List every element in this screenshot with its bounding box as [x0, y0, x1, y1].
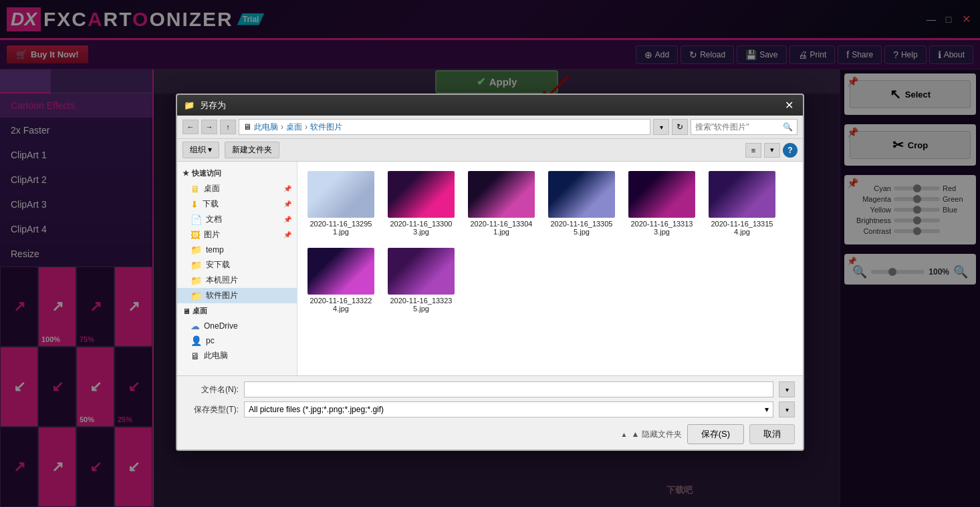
downloads-icon: ⬇: [191, 199, 199, 210]
hide-folders-toggle[interactable]: ▲ ▲ 隐藏文件夹: [621, 429, 682, 440]
filetype-dropdown-icon: ▾: [765, 405, 769, 414]
file-thumb-0: [308, 171, 374, 218]
sidebar-downloads[interactable]: ⬇ 下载 📌: [177, 196, 297, 212]
file-thumb-1: [388, 171, 455, 218]
desktop-icon: 🖥: [191, 184, 200, 194]
organize-button[interactable]: 组织 ▾: [182, 142, 219, 158]
file-item-4[interactable]: 2020-11-16_133133.jpg: [625, 168, 699, 238]
refresh-button[interactable]: ↻: [672, 119, 688, 135]
dialog-folder-icon: 📁: [184, 100, 195, 110]
chevron-up-icon: ▲: [621, 431, 628, 438]
filename-row: 文件名(N): ▾: [185, 381, 795, 397]
local-photos-icon: 📁: [191, 275, 202, 286]
file-label-2: 2020-11-16_133041.jpg: [467, 220, 535, 236]
file-thumb-6: [308, 248, 374, 295]
sidebar-pc[interactable]: 👤 pc: [177, 333, 297, 348]
file-item-2[interactable]: 2020-11-16_133041.jpg: [465, 168, 538, 238]
pin-small-icon-2: 📌: [283, 200, 291, 208]
file-item-1[interactable]: 2020-11-16_133003.jpg: [384, 168, 458, 238]
dialog-body: ★ 快速访问 🖥 桌面 📌 ⬇ 下载 📌 📄 文档 📌: [177, 162, 803, 375]
sidebar-temp[interactable]: 📁 temp: [177, 242, 297, 257]
sidebar-software-images[interactable]: 📁 软件图片: [177, 288, 297, 303]
sidebar-desktop[interactable]: 🖥 桌面 📌: [177, 181, 297, 196]
onedrive-icon: ☁: [191, 321, 200, 331]
sidebar-documents[interactable]: 📄 文档 📌: [177, 212, 297, 227]
software-images-icon: 📁: [191, 291, 202, 301]
sidebar-onedrive[interactable]: ☁ OneDrive: [177, 319, 297, 333]
forward-icon: →: [206, 123, 213, 131]
file-thumb-2: [468, 171, 535, 218]
desktop-section-icon: 🖥: [182, 307, 190, 315]
nav-back-button[interactable]: ←: [182, 120, 199, 134]
path-segment-folder[interactable]: 软件图片: [310, 122, 342, 133]
up-icon: ↑: [226, 123, 230, 131]
file-item-6[interactable]: 2020-11-16_133224.jpg: [304, 245, 378, 315]
file-item-5[interactable]: 2020-11-16_133154.jpg: [705, 168, 779, 238]
search-box: 🔍: [691, 119, 798, 135]
filename-input[interactable]: [244, 381, 773, 397]
new-folder-button[interactable]: 新建文件夹: [225, 142, 279, 158]
file-grid: 2020-11-16_132951.jpg 2020-11-16_133003.…: [297, 162, 803, 375]
file-item-7[interactable]: 2020-11-16_133235.jpg: [384, 245, 458, 315]
file-label-5: 2020-11-16_133154.jpg: [708, 220, 776, 236]
file-thumb-5: [709, 171, 775, 218]
file-label-7: 2020-11-16_133235.jpg: [387, 297, 455, 313]
view-controls: ≡ ▾ ?: [745, 143, 798, 158]
dialog-toolbar: 组织 ▾ 新建文件夹 ≡ ▾ ?: [177, 139, 803, 162]
save-dialog: 📁 另存为 ✕ ← → ↑ 🖥 此电脑 › 桌面: [176, 94, 804, 451]
pictures-icon: 🖼: [191, 230, 200, 240]
pc-icon: 👤: [191, 335, 202, 346]
pin-small-icon: 📌: [283, 185, 291, 192]
file-label-3: 2020-11-16_133055.jpg: [547, 220, 616, 236]
dialog-footer: 文件名(N): ▾ 保存类型(T): All picture files (*.…: [177, 375, 803, 450]
back-icon: ←: [187, 123, 195, 131]
filetype-row: 保存类型(T): All picture files (*.jpg;*.png;…: [185, 401, 795, 417]
nav-forward-button[interactable]: →: [201, 120, 217, 134]
path-segment-computer[interactable]: 此电脑: [254, 122, 278, 133]
view-dropdown-button[interactable]: ▾: [764, 143, 780, 158]
search-icon: 🔍: [783, 122, 793, 132]
filename-dropdown[interactable]: ▾: [779, 381, 795, 397]
dialog-nav: ← → ↑ 🖥 此电脑 › 桌面 › 软件图片: [177, 116, 803, 139]
filetype-label: 保存类型(T):: [185, 404, 239, 415]
documents-icon: 📄: [191, 214, 202, 225]
path-segment-desktop[interactable]: 桌面: [286, 122, 302, 133]
dialog-cancel-button[interactable]: 取消: [749, 424, 795, 444]
file-label-0: 2020-11-16_132951.jpg: [307, 220, 375, 236]
pin-small-icon-3: 📌: [283, 216, 291, 223]
dialog-action-buttons: ▲ ▲ 隐藏文件夹 保存(S) 取消: [185, 421, 795, 444]
this-computer-icon: 🖥: [191, 351, 200, 361]
dialog-close-button[interactable]: ✕: [782, 99, 796, 112]
file-label-1: 2020-11-16_133003.jpg: [387, 220, 455, 236]
path-computer-icon: 🖥: [243, 122, 251, 132]
dialog-overlay: 📁 另存为 ✕ ← → ↑ 🖥 此电脑 › 桌面: [0, 0, 980, 507]
temp-icon: 📁: [191, 244, 202, 255]
quick-access-header[interactable]: ★ 快速访问: [177, 166, 297, 181]
andownload-icon: 📁: [191, 260, 202, 271]
filetype-select[interactable]: All picture files (*.jpg;*.png;*.jpeg;*.…: [244, 401, 773, 417]
sidebar-this-computer[interactable]: 🖥 此电脑: [177, 348, 297, 363]
filename-label: 文件名(N):: [185, 384, 239, 395]
filetype-dropdown[interactable]: ▾: [779, 401, 795, 417]
file-label-6: 2020-11-16_133224.jpg: [307, 297, 375, 313]
file-thumb-4: [628, 171, 695, 218]
dialog-title: 另存为: [200, 100, 226, 112]
file-label-4: 2020-11-16_133133.jpg: [628, 220, 696, 236]
dialog-sidebar: ★ 快速访问 🖥 桌面 📌 ⬇ 下载 📌 📄 文档 📌: [177, 162, 297, 375]
view-mode-button[interactable]: ≡: [745, 143, 761, 158]
path-bar: 🖥 此电脑 › 桌面 › 软件图片: [239, 119, 650, 135]
file-item-0[interactable]: 2020-11-16_132951.jpg: [304, 168, 378, 238]
pin-small-icon-4: 📌: [283, 231, 291, 238]
file-item-3[interactable]: 2020-11-16_133055.jpg: [545, 168, 618, 238]
path-dropdown-button[interactable]: ▾: [653, 119, 669, 135]
file-thumb-3: [548, 171, 615, 218]
desktop-section-header[interactable]: 🖥 桌面: [177, 303, 297, 319]
sidebar-local-photos[interactable]: 📁 本机照片: [177, 273, 297, 288]
search-input[interactable]: [695, 122, 783, 132]
dialog-save-button[interactable]: 保存(S): [687, 424, 744, 444]
sidebar-pictures[interactable]: 🖼 图片 📌: [177, 227, 297, 242]
file-thumb-7: [388, 248, 455, 295]
nav-up-button[interactable]: ↑: [220, 120, 236, 134]
sidebar-andownload[interactable]: 📁 安下载: [177, 257, 297, 273]
dialog-help-button[interactable]: ?: [783, 143, 798, 158]
